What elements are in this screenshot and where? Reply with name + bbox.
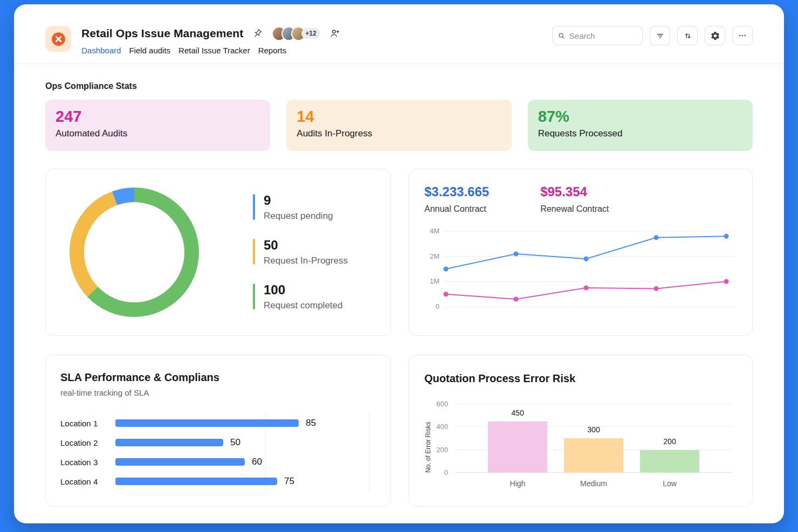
sla-bar [115,439,223,446]
legend-label: Request In-Progress [264,255,348,266]
line-point [584,257,589,261]
tab-reports[interactable]: Reports [258,46,287,55]
page-title: Retail Ops Issue Management [81,27,243,40]
line-point [514,252,519,257]
legend-color-bar [253,239,255,265]
legend-item: 100 Request completed [253,284,348,311]
sla-bar [115,478,277,485]
pin-icon [250,26,265,41]
title-block: Retail Ops Issue Management +12 [81,26,341,55]
donut-legend: 9 Request pending 50 Request In-Progress… [253,194,348,311]
line-point [654,235,659,240]
legend-item: 9 Request pending [253,194,348,222]
legend-item: 50 Request In-Progress [253,239,348,266]
sla-bar-row: Location 475 [60,472,376,491]
contracts-line-chart: 4M2M1M0 [424,227,737,313]
risk-x-label: Low [640,479,699,488]
sla-bar-value: 75 [284,476,294,487]
risk-x-label: High [488,479,547,488]
sla-row-label: Location 1 [60,419,115,428]
sla-bar-value: 85 [306,418,316,429]
legend-label: Request completed [264,300,342,311]
renewal-contract-label: Renewal Contract [540,204,609,214]
sort-icon [683,31,692,40]
risk-x-label: Medium [564,479,623,488]
risk-bar-column: 300 [564,425,623,473]
stat-label: Requests Processed [538,128,742,139]
risk-bar [564,438,623,473]
risk-bar-column: 200 [640,437,699,473]
sla-bar [115,419,299,427]
avatar-group[interactable]: +12 [272,26,320,41]
search-box[interactable] [552,26,643,45]
requests-donut-card: 9 Request pending 50 Request In-Progress… [45,169,391,336]
sla-bar-track: 75 [115,476,294,487]
risk-card-title: Quotation Process Error Risk [424,372,737,385]
sort-button[interactable] [677,26,698,45]
sla-card-subtitle: real-time tracking of SLA [60,388,376,397]
risk-bar-value: 450 [511,409,524,417]
gear-icon [710,31,720,41]
y-tick-label: 2M [430,252,439,260]
stat-value: 87% [538,108,742,126]
risk-bar [640,450,699,473]
risk-bar [488,422,547,473]
legend-color-bar [253,194,255,220]
tab-retail-issue-tracker[interactable]: Retail Issue Tracker [178,46,250,55]
more-button[interactable] [732,26,753,45]
requests-donut-chart [70,188,199,317]
header-actions [552,26,753,45]
header-divider [14,64,784,64]
tab-dashboard[interactable]: Dashboard [81,46,121,55]
y-tick-label: 4M [430,227,439,235]
y-tick-label: 200 [436,445,448,453]
line-point [584,286,589,291]
stat-card: 247 Automated Audits [45,100,270,151]
sla-bar-track: 50 [115,437,240,448]
line-point [654,286,659,291]
sla-row-label: Location 4 [60,477,115,486]
search-icon [558,32,565,40]
settings-button[interactable] [705,26,725,45]
stat-label: Automated Audits [56,128,260,139]
line-point [444,267,449,272]
stats-section-title: Ops Compliance Stats [45,81,753,91]
risk-bar-value: 200 [663,437,676,446]
line-point [514,297,519,302]
stat-card: 14 Audits In-Progress [286,100,511,151]
sla-bar-row: Location 185 [60,413,376,433]
annual-contract-stat: $3.233.665 Annual Contract [424,184,489,214]
sla-bar-value: 50 [230,437,240,448]
sla-bar-row: Location 250 [60,433,376,452]
tab-field-audits[interactable]: Field audits [129,46,170,55]
y-tick-label: 0 [444,468,448,476]
risk-bar-column: 450 [488,409,547,473]
risk-y-axis-label: No. of Error Risks [424,404,432,473]
add-member-button[interactable] [328,27,341,40]
legend-color-bar [253,284,255,309]
sla-row-label: Location 2 [60,438,115,447]
search-input[interactable] [569,31,637,40]
annual-contract-value: $3.233.665 [424,184,489,199]
annual-contract-label: Annual Contract [424,204,489,214]
y-tick-label: 0 [436,302,439,310]
legend-value: 50 [264,239,348,252]
filter-button[interactable] [650,26,670,45]
sla-bar-chart: Location 185Location 250Location 360Loca… [60,413,376,491]
line-series [446,236,726,269]
line-point [444,292,449,296]
legend-label: Request pending [264,211,333,222]
person-add-icon [329,28,340,39]
app-frame: { "colors": { "frame_background": "#2b7d… [0,0,798,532]
stats-row: 247 Automated Audits 14 Audits In-Progre… [45,100,753,151]
avatar-overflow-count: +12 [301,28,320,39]
y-tick-label: 600 [436,400,448,408]
line-point [724,234,729,239]
y-tick-label: 1M [430,277,439,285]
dashboard-window: Retail Ops Issue Management +12 [14,4,784,523]
sla-row-label: Location 3 [60,458,115,467]
app-logo [45,26,71,52]
pin-button[interactable] [251,27,264,40]
stat-value: 14 [297,108,501,126]
logo-x-icon [51,32,66,46]
